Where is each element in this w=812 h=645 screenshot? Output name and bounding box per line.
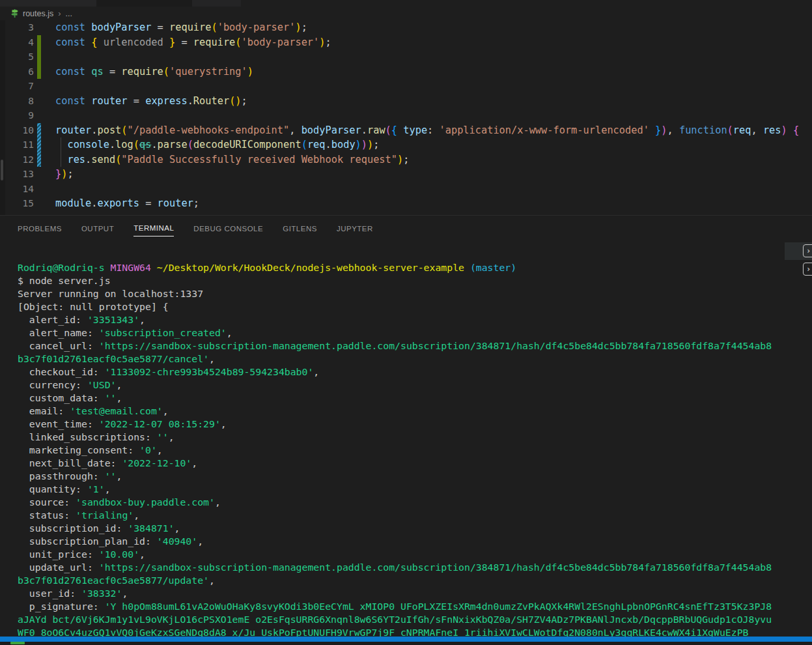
- terminal-line: subscription_plan_id: '40940',: [18, 535, 776, 548]
- terminal-text-segment: '38332': [81, 588, 122, 599]
- breadcrumb-symbol-ellipsis[interactable]: ...: [66, 9, 72, 18]
- code-line[interactable]: 4const { urlencoded } = require('body-pa…: [0, 35, 812, 50]
- terminal-text-segment: ,: [209, 353, 215, 364]
- code-token: res: [763, 124, 781, 136]
- code-token: ): [367, 139, 373, 150]
- code-token: post: [97, 124, 121, 136]
- code-line[interactable]: 12 res.send("Paddle Successfully receive…: [0, 152, 812, 167]
- scrollbar-handle[interactable]: [1, 160, 3, 180]
- terminal-tab[interactable]: ›: [785, 261, 812, 278]
- code-token: ): [661, 124, 667, 136]
- code-token: ): [397, 154, 403, 165]
- code-token: .: [188, 95, 193, 107]
- terminal-text-segment: $ node server.js: [18, 275, 111, 286]
- terminal-text-segment: 'USD': [87, 379, 117, 390]
- tab-output[interactable]: OUTPUT: [81, 222, 114, 236]
- terminal-line: p_signature: 'Y h0pOm88umL61vA2oWuOHaKy8…: [18, 600, 776, 637]
- code-text: console.log(qs.parse(decodeURIComponent(…: [55, 137, 379, 152]
- tab-jupyter[interactable]: JUPYTER: [337, 222, 373, 236]
- code-token: [787, 124, 793, 136]
- terminal-text-segment: ,: [175, 523, 180, 534]
- terminal-text-segment: ,: [139, 549, 145, 560]
- code-token: (: [163, 66, 169, 78]
- code-line[interactable]: 14: [0, 182, 812, 197]
- code-text: const { urlencoded } = require('body-par…: [55, 35, 331, 50]
- terminal-text-segment: '': [105, 470, 117, 481]
- code-token: req: [733, 124, 751, 136]
- breadcrumb-file[interactable]: routes.js: [23, 9, 53, 18]
- terminal-output: Rodriq@Rodriq-s MINGW64 ~/Desktop/Work/H…: [18, 261, 776, 637]
- code-line[interactable]: 7: [0, 79, 812, 94]
- terminal-tab-selected[interactable]: ›: [785, 242, 812, 260]
- terminal-text-segment: '': [105, 392, 117, 403]
- terminal-line: $ node server.js: [18, 274, 776, 287]
- code-line[interactable]: 15module.exports = router;: [0, 196, 812, 211]
- code-line[interactable]: 11 console.log(qs.parse(decodeURICompone…: [0, 137, 812, 152]
- tab-terminal[interactable]: TERMINAL: [133, 222, 174, 236]
- added-gutter-indicator: [37, 35, 41, 50]
- code-token: 'application/x-www-form-urlencoded': [440, 124, 649, 136]
- code-token: router: [91, 95, 127, 107]
- terminal-text-segment: 'subscription_created': [99, 327, 227, 338]
- code-token: (: [121, 124, 127, 136]
- gutter-spacer: [37, 94, 41, 109]
- code-token: ,: [289, 124, 301, 136]
- code-token: bodyParser: [91, 22, 151, 33]
- code-token: 'querystring': [169, 66, 247, 78]
- code-token: "Paddle Successfully received Webhook re…: [121, 154, 397, 165]
- code-line[interactable]: 6const qs = require('querystring'): [0, 64, 812, 79]
- code-token: .: [361, 124, 367, 136]
- code-token: router: [158, 197, 193, 209]
- code-line[interactable]: 3const bodyParser = require('body-parser…: [0, 20, 812, 35]
- tab-problems[interactable]: PROBLEMS: [18, 222, 62, 236]
- terminal-text-segment: source:: [18, 496, 76, 508]
- active-tab-bottom[interactable]: [96, 0, 192, 7]
- code-token: .: [326, 139, 331, 150]
- terminal-panel[interactable]: Rodriq@Rodriq-s MINGW64 ~/Desktop/Work/H…: [0, 242, 812, 637]
- code-token: decodeURIComponent: [193, 139, 301, 150]
- terminal-text-segment: Rodriq@Rodriq-s: [18, 262, 111, 273]
- code-line[interactable]: 5: [0, 50, 812, 64]
- tab-debug-console[interactable]: DEBUG CONSOLE: [193, 222, 263, 236]
- tab-gitlens[interactable]: GITLENS: [283, 222, 317, 236]
- terminal-text-segment: [Object: null prototype] {: [18, 301, 169, 312]
- code-line[interactable]: 9: [0, 108, 812, 123]
- terminal-text-segment: 'sandbox-buy.paddle.com': [76, 496, 215, 508]
- terminal-text-segment: '40940': [157, 536, 197, 547]
- terminal-text-segment: ,: [227, 327, 232, 338]
- terminal-text-segment: status:: [18, 509, 76, 521]
- bottom-strip: [0, 642, 812, 645]
- modified-gutter-indicator: [37, 137, 41, 152]
- gutter-spacer: [37, 182, 41, 197]
- terminal-text-segment: ,: [116, 392, 122, 403]
- code-line[interactable]: 13});: [0, 167, 812, 182]
- terminal-text-segment: ,: [169, 431, 175, 442]
- code-line[interactable]: 8const router = express.Router();: [0, 94, 812, 109]
- code-token: type: [403, 124, 427, 136]
- terminal-text-segment: ,: [191, 457, 197, 468]
- code-token: express: [145, 95, 187, 107]
- code-token: {: [91, 36, 103, 48]
- code-token: {: [391, 124, 403, 136]
- terminal-text-segment: ,: [157, 444, 163, 455]
- shell-chevron-icon: ›: [803, 263, 812, 276]
- gutter-spacer: [37, 196, 41, 211]
- code-token: qs: [91, 66, 103, 78]
- code-editor[interactable]: 3const bodyParser = require('body-parser…: [0, 20, 812, 216]
- code-token: ;: [242, 95, 247, 107]
- code-token: console: [67, 139, 109, 150]
- code-line[interactable]: 10router.post("/paddle-webhooks-endpoint…: [0, 123, 812, 138]
- code-token: bodyParser: [301, 124, 361, 136]
- code-token: ): [781, 124, 787, 136]
- added-gutter-indicator: [37, 64, 41, 79]
- terminal-line: alert_name: 'subscription_created',: [18, 326, 776, 339]
- code-text: const router = express.Router();: [55, 94, 247, 109]
- code-token: require: [169, 22, 211, 33]
- code-token: (: [727, 124, 733, 136]
- added-gutter-indicator: [37, 50, 41, 64]
- terminal-line: custom_data: '',: [18, 392, 776, 405]
- terminal-text-segment: '2022-12-10': [122, 457, 191, 468]
- terminal-text-segment: linked_subscriptions:: [18, 431, 157, 442]
- breadcrumb[interactable]: routes.js › ...: [0, 7, 812, 20]
- editor-left-strip: [0, 20, 5, 215]
